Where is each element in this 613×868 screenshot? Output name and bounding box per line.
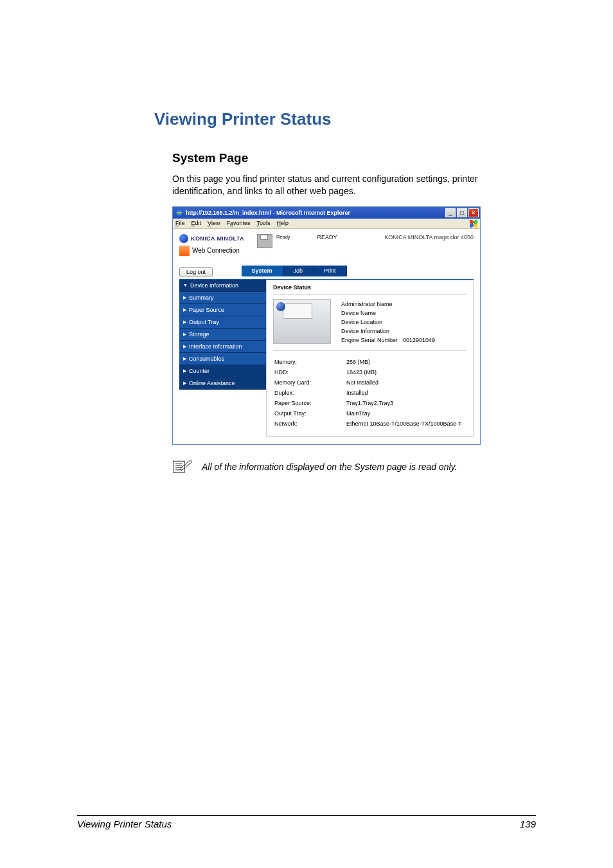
spec-otray-k: Output Tray: <box>274 409 345 418</box>
kv-device-location: Device Location <box>341 318 402 326</box>
sidebar-item-device-information[interactable]: Device Information <box>179 280 266 292</box>
spec-hdd-k: HDD: <box>274 368 345 377</box>
spec-duplex-v: Installed <box>346 388 462 397</box>
menu-help[interactable]: Help <box>276 220 289 226</box>
spec-paper-k: Paper Source: <box>274 399 345 408</box>
window-titlebar: http://192.168.1.2/m_index.html - Micros… <box>173 207 480 219</box>
spec-table: Memory:256 (MB) HDD:18423 (MB) Memory Ca… <box>273 356 463 429</box>
sidebar-item-output-tray[interactable]: Output Tray <box>179 316 266 329</box>
brand-globe-icon <box>179 234 188 243</box>
sidebar-item-paper-source[interactable]: Paper Source <box>179 304 266 316</box>
table-row: Paper Source:Tray1,Tray2,Tray3 <box>274 399 462 408</box>
embedded-screenshot: http://192.168.1.2/m_index.html - Micros… <box>172 206 481 445</box>
kv-device-information: Device Information <box>341 327 402 335</box>
pagescope-icon <box>179 246 190 256</box>
ie-icon <box>175 209 183 217</box>
sidebar: Device Information Summary Paper Source … <box>179 280 266 437</box>
section-heading: System Page <box>172 151 536 165</box>
printer-icon <box>257 234 272 248</box>
table-row: Network:Ethernet 10Base-T/100Base-TX/100… <box>274 419 462 428</box>
intro-text: On this page you find printer status and… <box>172 173 536 197</box>
spec-duplex-k: Duplex: <box>274 388 345 397</box>
sidebar-item-consumables[interactable]: Consumables <box>179 353 266 365</box>
sidebar-item-storage[interactable]: Storage <box>179 329 266 341</box>
spec-paper-v: Tray1,Tray2,Tray3 <box>346 399 462 408</box>
status-ready-small: Ready <box>276 234 290 240</box>
brand-text: KONICA MINOLTA <box>191 235 244 242</box>
kv-engine-sn-value: 0012901049 <box>403 336 439 344</box>
tab-job[interactable]: Job <box>283 266 314 276</box>
table-row: Duplex:Installed <box>274 388 462 397</box>
status-ready-center: READY <box>317 234 337 240</box>
menu-tools[interactable]: Tools <box>256 220 270 226</box>
footer-page-number: 139 <box>520 818 536 829</box>
menu-edit[interactable]: Edit <box>191 220 202 226</box>
spec-memory-v: 256 (MB) <box>346 357 462 366</box>
spec-net-k: Network: <box>274 419 345 428</box>
table-row: HDD:18423 (MB) <box>274 368 462 377</box>
table-row: Memory:256 (MB) <box>274 357 462 366</box>
footer-title: Viewing Printer Status <box>77 818 172 829</box>
spec-hdd-v: 18423 (MB) <box>346 368 462 377</box>
note-text: All of the information displayed on the … <box>202 462 457 472</box>
kv-engine-sn-label: Engine Serial Number <box>341 336 402 344</box>
web-connection-text: Web Connection <box>192 247 240 254</box>
minimize-button[interactable]: _ <box>445 208 456 217</box>
sidebar-item-online-assistance[interactable]: Online Assistance <box>179 377 266 390</box>
sidebar-item-counter[interactable]: Counter <box>179 365 266 377</box>
spec-net-v: Ethernet 10Base-T/100Base-TX/1000Base-T <box>346 419 462 428</box>
tab-system[interactable]: System <box>242 266 283 276</box>
table-row: Output Tray:MainTray <box>274 409 462 418</box>
sidebar-item-interface-information[interactable]: Interface Information <box>179 341 266 353</box>
window-title: http://192.168.1.2/m_index.html - Micros… <box>186 210 444 216</box>
note-icon <box>172 459 193 475</box>
svg-rect-1 <box>173 461 185 473</box>
table-row: Memory Card:Not Installed <box>274 378 462 387</box>
menu-file[interactable]: File <box>175 220 185 226</box>
model-text: KONICA MINOLTA magicolor 4650 <box>384 234 474 240</box>
spec-card-k: Memory Card: <box>274 378 345 387</box>
spec-otray-v: MainTray <box>346 409 462 418</box>
brand-logo: KONICA MINOLTA <box>179 234 244 243</box>
pane-title: Device Status <box>273 284 466 291</box>
page-heading: Viewing Printer Status <box>154 109 536 129</box>
page-content: KONICA MINOLTA Web Connection Ready READ… <box>173 229 480 444</box>
sidebar-item-summary[interactable]: Summary <box>179 292 266 304</box>
printer-image <box>273 299 331 344</box>
menu-view[interactable]: View <box>208 220 220 226</box>
page-footer: Viewing Printer Status 139 <box>77 815 536 829</box>
tab-print[interactable]: Print <box>314 266 347 276</box>
spec-card-v: Not Installed <box>346 378 462 387</box>
content-pane: Device Status Administrator Name Device … <box>266 280 474 437</box>
windows-flag-icon <box>468 219 479 228</box>
logout-button[interactable]: Log out <box>179 267 213 276</box>
web-connection-label: Web Connection <box>179 246 244 256</box>
kv-admin-name: Administrator Name <box>341 300 402 308</box>
device-kv-table: Administrator Name Device Name Device Lo… <box>340 299 440 345</box>
tab-bar: System Job Print <box>242 266 347 276</box>
maximize-button[interactable]: □ <box>457 208 467 217</box>
note: All of the information displayed on the … <box>172 459 536 475</box>
close-button[interactable]: × <box>468 208 479 217</box>
spec-memory-k: Memory: <box>274 357 345 366</box>
kv-device-name: Device Name <box>341 309 402 317</box>
menu-favorites[interactable]: Favorites <box>226 220 250 226</box>
menubar: File Edit View Favorites Tools Help <box>173 219 480 229</box>
